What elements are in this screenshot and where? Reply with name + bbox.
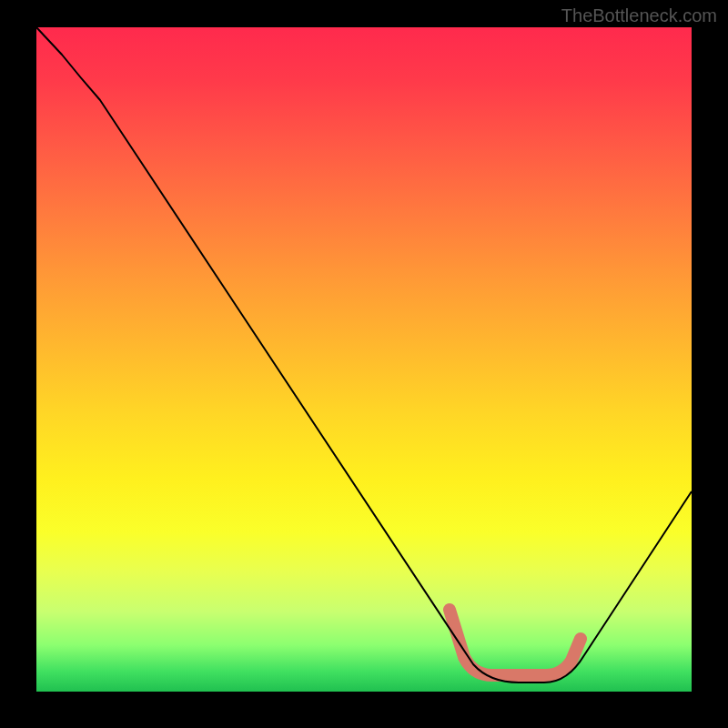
attribution-text: TheBottleneck.com xyxy=(561,5,717,26)
main-curve-line xyxy=(36,27,692,682)
chart-svg xyxy=(36,27,692,692)
highlight-segment xyxy=(450,610,581,675)
chart-plot-area xyxy=(36,27,692,692)
